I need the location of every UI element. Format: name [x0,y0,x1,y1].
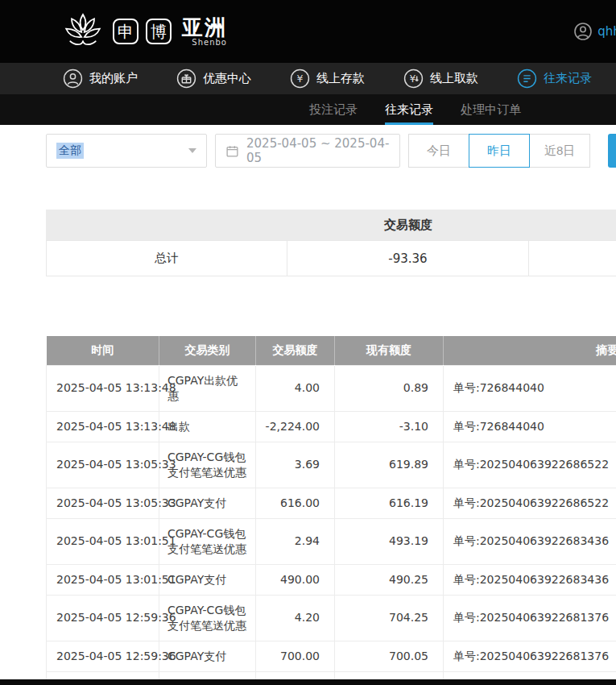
cell-type: CGPAY支付 [159,488,256,518]
cell-type: CGPAY-CG钱包支付笔笔送优惠 [159,518,256,564]
cell-time: 2025-04-05 13:05:33 [47,488,159,518]
withdraw-icon: ¥ [403,68,424,89]
col-header-amount: 交易额度 [256,336,335,365]
filter-bar: 全部 2025-04-05 ~ 2025-04-05 今日 昨日 近8日 [46,134,616,168]
transactions-tbody: 2025-04-05 13:13:48CGPAY出款优惠4.000.89单号:7… [47,365,616,685]
cell-memo: 单号:202504063922683436 [444,564,616,595]
transactions-table: 时间 交易类别 交易额度 现有额度 摘要 2025-04-05 13:13:48… [46,336,616,685]
table-row: 2025-04-05 13:13:48出款-2,224.00-3.10单号:72… [47,411,616,442]
logo-suffix: 亚洲 [182,17,227,38]
logo-char-bo: 博 [146,19,172,44]
cell-memo: 单号:202504063922681376 [444,641,616,671]
summary-total-value: -93.36 [287,240,529,276]
table-row: 2025-04-05 13:01:51CGPAY-CG钱包支付笔笔送优惠2.94… [47,518,616,564]
summary-header: 交易额度 [46,210,616,240]
cell-amount: 3.69 [256,442,335,488]
nav-item-deposit[interactable]: ¥ 线上存款 [290,68,365,89]
footer-bar [0,679,616,685]
main-nav: 我的账户 优惠中心 ¥ 线上存款 ¥ 线上取款 [0,63,616,94]
type-select-value: 全部 [56,143,84,159]
cell-time: 2025-04-05 13:01:51 [47,564,159,595]
nav-label: 优惠中心 [203,71,251,86]
lotus-logo-icon [60,9,105,54]
cell-type: CGPAY支付 [159,564,256,595]
cell-memo: 单号:202504063922686522 [444,488,616,518]
quick-date-buttons: 今日 昨日 近8日 [408,134,590,168]
summary-table: 交易额度 总计 -93.36 [46,210,616,276]
nav-item-records[interactable]: 往来记录 [517,68,592,89]
cell-type: CGPAY-CG钱包支付笔笔送优惠 [159,442,256,488]
nav-item-promotions[interactable]: 优惠中心 [176,68,251,89]
tab-transaction-records[interactable]: 往来记录 [385,94,433,125]
svg-text:¥: ¥ [297,73,304,85]
cell-memo: 单号:726844040 [444,365,616,411]
chevron-down-icon [188,148,196,153]
cell-balance: -3.10 [335,411,444,442]
cell-time: 2025-04-05 12:59:36 [47,595,159,641]
cell-type: CGPAY出款优惠 [159,365,256,411]
cell-amount: 4.20 [256,595,335,641]
cell-time: 2025-04-05 13:13:48 [47,365,159,411]
cell-time: 2025-04-05 13:13:48 [47,411,159,442]
cell-memo: 单号:202504063922683436 [444,518,616,564]
today-button[interactable]: 今日 [408,134,469,168]
cell-balance: 0.89 [335,365,444,411]
last-8-days-button[interactable]: 近8日 [529,134,590,168]
yesterday-button[interactable]: 昨日 [469,134,530,168]
promo-icon [176,68,196,89]
summary-empty-cell [529,240,616,276]
col-header-time: 时间 [47,336,159,365]
svg-text:¥: ¥ [409,73,415,85]
calendar-icon [225,144,239,158]
nav-label: 往来记录 [544,71,592,86]
tab-processing-orders[interactable]: 处理中订单 [461,94,521,125]
logo-subtitle: Shenbo [192,38,227,47]
records-icon [517,68,537,89]
summary-total-label: 总计 [46,240,287,276]
cell-amount: 700.00 [256,641,335,671]
col-header-type: 交易类别 [159,336,256,365]
top-header: 申 博 亚洲 Shenbo qhhw [0,0,616,63]
nav-label: 线上取款 [430,71,478,86]
cell-balance: 619.89 [335,442,444,488]
cell-amount: 490.00 [256,564,335,595]
cell-balance: 616.19 [335,488,444,518]
col-header-memo: 摘要 [444,336,616,365]
table-row: 2025-04-05 13:05:33CGPAY支付616.00616.19单号… [47,488,616,518]
cell-balance: 493.19 [335,518,444,564]
sub-nav: 投注记录 往来记录 处理中订单 [0,94,616,125]
date-range-value: 2025-04-05 ~ 2025-04-05 [246,136,390,165]
cell-balance: 704.25 [335,595,444,641]
table-row: 2025-04-05 12:59:36CGPAY-CG钱包支付笔笔送优惠4.20… [47,595,616,641]
date-range-input[interactable]: 2025-04-05 ~ 2025-04-05 [215,134,400,168]
table-row: 2025-04-05 13:13:48CGPAY出款优惠4.000.89单号:7… [47,365,616,411]
nav-item-withdraw[interactable]: ¥ 线上取款 [403,68,478,89]
cell-memo: 单号:726844040 [444,411,616,442]
cell-balance: 700.05 [335,641,444,671]
search-button[interactable] [608,134,616,168]
table-row: 2025-04-05 13:05:33CGPAY-CG钱包支付笔笔送优惠3.69… [47,442,616,488]
account-icon [63,68,83,89]
table-row: 2025-04-05 13:01:51CGPAY支付490.00490.25单号… [47,564,616,595]
cell-memo: 单号:202504063922686522 [444,442,616,488]
nav-label: 线上存款 [316,71,365,86]
cell-amount: 4.00 [256,365,335,411]
cell-balance: 490.25 [335,564,444,595]
cell-amount: 2.94 [256,518,335,564]
cell-time: 2025-04-05 13:05:33 [47,442,159,488]
nav-label: 我的账户 [89,71,138,86]
type-select[interactable]: 全部 [46,134,207,168]
cell-type: CGPAY-CG钱包支付笔笔送优惠 [159,595,256,641]
username: qhhw [597,24,616,39]
nav-item-account[interactable]: 我的账户 [63,68,138,89]
logo-char-shen: 申 [113,19,138,44]
tab-betting-records[interactable]: 投注记录 [309,94,358,125]
deposit-icon: ¥ [290,68,310,89]
cell-memo: 单号:202504063922681376 [444,595,616,641]
logo[interactable]: 申 博 亚洲 Shenbo [60,9,227,54]
cell-time: 2025-04-05 12:59:36 [47,641,159,671]
cell-amount: -2,224.00 [256,411,335,442]
user-account[interactable]: qhhw [573,0,616,63]
cell-type: 出款 [159,411,256,442]
cell-amount: 616.00 [256,488,335,518]
